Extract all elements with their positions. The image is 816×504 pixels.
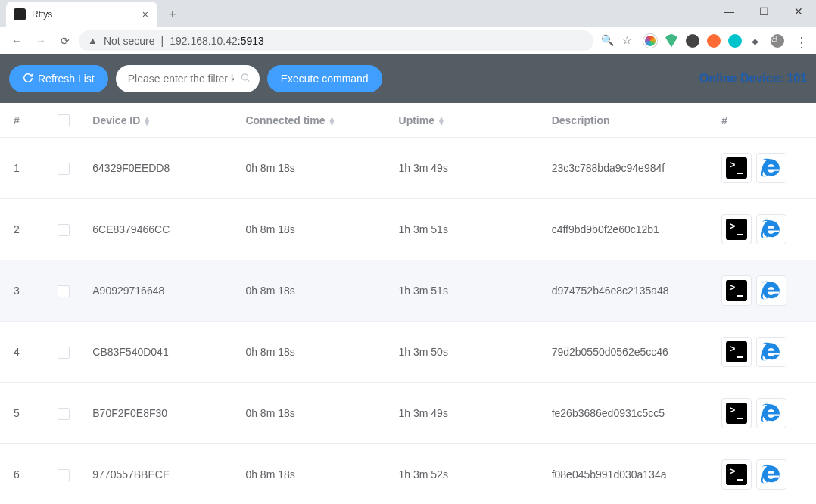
connected-time: 0h 8m 18s [238, 199, 391, 260]
browser-tab[interactable]: Rttys × [6, 2, 157, 27]
table-header-row: # Device ID Connected time Uptime Descri… [0, 103, 816, 138]
row-checkbox[interactable] [58, 469, 70, 481]
refresh-icon [23, 73, 33, 86]
table-row: 5B70F2F0E8F300h 8m 18s1h 3m 49sfe26b3686… [0, 383, 816, 444]
web-button[interactable] [756, 459, 786, 490]
terminal-button[interactable] [721, 337, 752, 367]
terminal-button[interactable] [721, 153, 752, 183]
description: f08e045b991d030a134a [544, 444, 715, 504]
url-host: 192.168.10.42 [170, 35, 238, 47]
table-row: 69770557BBECE0h 8m 18s1h 3m 52sf08e045b9… [0, 444, 816, 504]
execute-command-button[interactable]: Execute command [267, 65, 382, 92]
extensions-menu-icon[interactable]: ✦ [749, 34, 763, 48]
col-select-all[interactable] [42, 103, 85, 138]
extension-icon[interactable] [728, 34, 742, 48]
browser-menu-icon[interactable]: ⋮ [792, 34, 805, 48]
browser-titlebar: Rttys × + — ☐ ✕ [0, 0, 816, 27]
zoom-icon[interactable]: 🔍 [601, 34, 615, 48]
web-button[interactable] [756, 398, 786, 428]
uptime: 1h 3m 49s [391, 138, 544, 199]
description: fe26b3686ed0931c5cc5 [544, 383, 715, 444]
extension-icon[interactable] [665, 34, 678, 48]
row-number: 6 [0, 444, 42, 504]
web-button[interactable] [756, 153, 786, 183]
connected-time: 0h 8m 18s [238, 138, 391, 199]
connected-time: 0h 8m 18s [238, 383, 391, 444]
reload-button[interactable]: ⟳ [55, 30, 76, 51]
uptime: 1h 3m 52s [391, 444, 544, 504]
col-description: Description [544, 103, 715, 138]
address-bar[interactable]: ▲ Not secure | 192.168.10.42:5913 [79, 30, 593, 51]
row-checkbox[interactable] [58, 224, 70, 236]
tab-title: Rttys [32, 9, 133, 20]
row-checkbox[interactable] [58, 347, 70, 359]
filter-input[interactable] [116, 65, 260, 92]
terminal-button[interactable] [721, 459, 752, 490]
forward-button[interactable]: → [30, 30, 51, 51]
terminal-icon [726, 464, 747, 485]
select-all-checkbox[interactable] [58, 114, 70, 126]
extension-icon[interactable] [686, 34, 699, 48]
execute-command-label: Execute command [281, 73, 369, 85]
terminal-icon [726, 219, 747, 240]
terminal-button[interactable] [721, 275, 752, 306]
table-row: 164329F0EEDD80h 8m 18s1h 3m 49s23c3c788b… [0, 138, 816, 199]
col-uptime[interactable]: Uptime [391, 103, 544, 138]
extension-icons: 🔍 ☆ ✦ 건 ⋮ [596, 34, 810, 48]
window-maximize-button[interactable]: ☐ [746, 0, 781, 23]
description: 23c3c788bda9c94e984f [544, 138, 715, 199]
bookmark-icon[interactable]: ☆ [622, 34, 636, 48]
device-id: 64329F0EEDD8 [85, 138, 238, 199]
sort-icon[interactable] [328, 117, 335, 126]
device-table: # Device ID Connected time Uptime Descri… [0, 103, 816, 504]
device-id: A90929716648 [85, 260, 238, 322]
row-checkbox[interactable] [58, 285, 70, 297]
terminal-icon [726, 403, 747, 424]
row-number: 1 [0, 138, 42, 199]
extension-icon[interactable] [643, 34, 657, 48]
web-button[interactable] [756, 275, 786, 306]
window-controls: — ☐ ✕ [712, 0, 816, 23]
favicon-icon [14, 8, 26, 20]
app-topbar: Refresh List Execute command Online Devi… [0, 54, 816, 103]
profile-avatar-icon[interactable]: 건 [771, 34, 784, 48]
col-device-id[interactable]: Device ID [85, 103, 238, 138]
uptime: 1h 3m 49s [391, 383, 544, 444]
terminal-icon [726, 280, 747, 301]
col-number: # [0, 103, 42, 138]
table-row: 26CE8379466CC0h 8m 18s1h 3m 51sc4ff9bd9b… [0, 199, 816, 260]
device-id: 6CE8379466CC [85, 199, 238, 260]
device-id: B70F2F0E8F30 [85, 383, 238, 444]
sort-icon[interactable] [438, 117, 445, 126]
terminal-icon [726, 157, 747, 179]
online-device-count: Online Device: 101 [699, 72, 807, 86]
row-number: 5 [0, 383, 42, 444]
web-button[interactable] [756, 337, 786, 367]
web-button[interactable] [756, 214, 786, 244]
uptime: 1h 3m 51s [391, 199, 544, 260]
window-close-button[interactable]: ✕ [781, 0, 816, 23]
extension-icon[interactable] [707, 34, 721, 48]
col-connected-time[interactable]: Connected time [238, 103, 391, 138]
new-tab-button[interactable]: + [162, 4, 183, 25]
connected-time: 0h 8m 18s [238, 444, 391, 504]
row-number: 4 [0, 322, 42, 383]
row-checkbox[interactable] [58, 408, 70, 420]
page-content: Refresh List Execute command Online Devi… [0, 54, 816, 504]
terminal-button[interactable] [721, 214, 752, 244]
url-port: :5913 [238, 35, 264, 47]
connected-time: 0h 8m 18s [238, 322, 391, 383]
terminal-button[interactable] [721, 398, 752, 428]
uptime: 1h 3m 50s [391, 322, 544, 383]
refresh-list-button[interactable]: Refresh List [9, 65, 108, 92]
device-id: CB83F540D041 [85, 322, 238, 383]
window-minimize-button[interactable]: — [712, 0, 746, 23]
not-secure-icon: ▲ [88, 35, 98, 46]
back-button[interactable]: ← [6, 30, 27, 51]
description: c4ff9bd9b0f2e60c12b1 [544, 199, 715, 260]
tab-close-icon[interactable]: × [139, 8, 151, 20]
description: 79d2b0550d0562e5cc46 [544, 322, 715, 383]
connected-time: 0h 8m 18s [238, 260, 391, 322]
row-checkbox[interactable] [58, 163, 70, 175]
sort-icon[interactable] [143, 117, 151, 126]
